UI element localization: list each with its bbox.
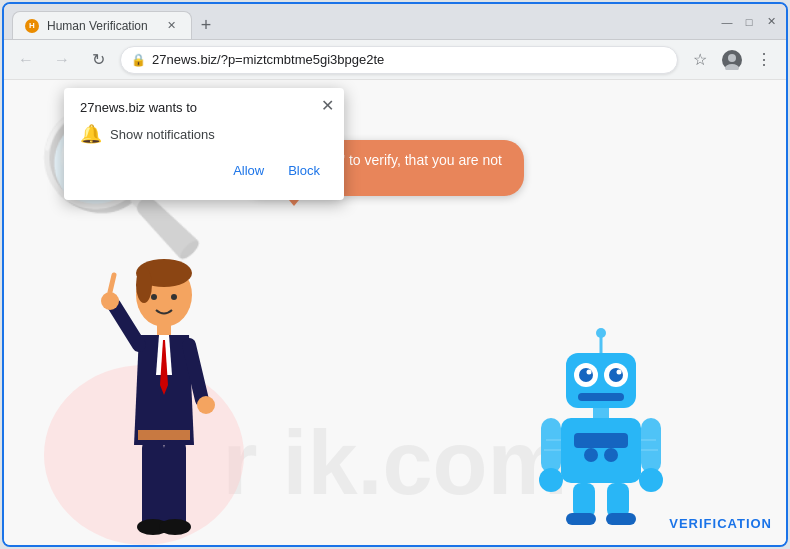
bell-icon: 🔔 xyxy=(80,123,102,145)
popup-title: 27news.biz wants to xyxy=(80,100,328,115)
svg-rect-41 xyxy=(573,483,595,518)
svg-point-20 xyxy=(159,519,191,535)
minimize-button[interactable]: — xyxy=(720,15,734,29)
allow-button[interactable]: Allow xyxy=(225,157,272,184)
svg-point-5 xyxy=(136,267,152,303)
svg-rect-34 xyxy=(574,433,628,448)
svg-point-13 xyxy=(101,292,119,310)
title-bar: H Human Verification ✕ + — □ ✕ xyxy=(4,4,786,40)
svg-point-40 xyxy=(639,468,663,492)
popup-close-button[interactable]: ✕ xyxy=(321,96,334,115)
svg-point-23 xyxy=(596,328,606,338)
svg-rect-21 xyxy=(138,430,190,440)
svg-rect-44 xyxy=(606,513,636,525)
svg-point-6 xyxy=(151,294,157,300)
menu-icon[interactable]: ⋮ xyxy=(750,46,778,74)
lock-icon: 🔒 xyxy=(131,53,146,67)
active-tab[interactable]: H Human Verification ✕ xyxy=(12,11,192,39)
maximize-button[interactable]: □ xyxy=(742,15,756,29)
close-button[interactable]: ✕ xyxy=(764,15,778,29)
svg-rect-43 xyxy=(566,513,596,525)
svg-rect-39 xyxy=(641,418,661,473)
svg-rect-37 xyxy=(541,418,561,473)
reload-button[interactable]: ↻ xyxy=(84,46,112,74)
profile-icon[interactable] xyxy=(718,46,746,74)
permission-popup: ✕ 27news.biz wants to 🔔 Show notificatio… xyxy=(64,88,344,200)
popup-buttons: Allow Block xyxy=(80,157,328,184)
browser-window: H Human Verification ✕ + — □ ✕ ← → ↻ 🔒 2… xyxy=(2,2,788,547)
notification-label: Show notifications xyxy=(110,127,215,142)
svg-point-38 xyxy=(539,468,563,492)
svg-point-7 xyxy=(171,294,177,300)
window-controls: — □ ✕ xyxy=(720,15,778,29)
tab-bar: H Human Verification ✕ + xyxy=(12,4,716,39)
svg-rect-31 xyxy=(578,393,624,401)
svg-point-1 xyxy=(728,54,736,62)
svg-point-16 xyxy=(197,396,215,414)
address-bar[interactable]: 🔒 27news.biz/?p=miztcmbtme5gi3bpge2te xyxy=(120,46,678,74)
svg-line-12 xyxy=(114,305,139,345)
svg-rect-18 xyxy=(164,440,186,530)
bookmark-icon[interactable]: ☆ xyxy=(686,46,714,74)
address-bar-row: ← → ↻ 🔒 27news.biz/?p=miztcmbtme5gi3bpge… xyxy=(4,40,786,80)
svg-rect-42 xyxy=(607,483,629,518)
svg-line-14 xyxy=(110,275,114,292)
svg-point-29 xyxy=(587,370,592,375)
url-text: 27news.biz/?p=miztcmbtme5gi3bpge2te xyxy=(152,52,384,67)
svg-rect-32 xyxy=(593,408,609,418)
svg-point-30 xyxy=(617,370,622,375)
robot-figure xyxy=(536,325,666,525)
popup-notification-row: 🔔 Show notifications xyxy=(80,123,328,145)
web-content: 🔍 r ik.com xyxy=(4,80,786,545)
svg-rect-33 xyxy=(561,418,641,483)
toolbar-right: ☆ ⋮ xyxy=(686,46,778,74)
block-button[interactable]: Block xyxy=(280,157,328,184)
verification-label: VERIFICATION xyxy=(669,516,772,531)
svg-point-28 xyxy=(609,368,623,382)
bg-watermark-text: r ik.com xyxy=(222,412,567,515)
tab-label: Human Verification xyxy=(47,19,148,33)
svg-point-36 xyxy=(604,448,618,462)
tab-favicon: H xyxy=(25,19,39,33)
back-button[interactable]: ← xyxy=(12,46,40,74)
svg-rect-8 xyxy=(157,323,171,337)
person-figure xyxy=(84,245,244,545)
svg-point-27 xyxy=(579,368,593,382)
tab-close-button[interactable]: ✕ xyxy=(163,18,179,34)
forward-button[interactable]: → xyxy=(48,46,76,74)
new-tab-button[interactable]: + xyxy=(192,11,220,39)
svg-rect-17 xyxy=(142,440,164,530)
svg-point-35 xyxy=(584,448,598,462)
